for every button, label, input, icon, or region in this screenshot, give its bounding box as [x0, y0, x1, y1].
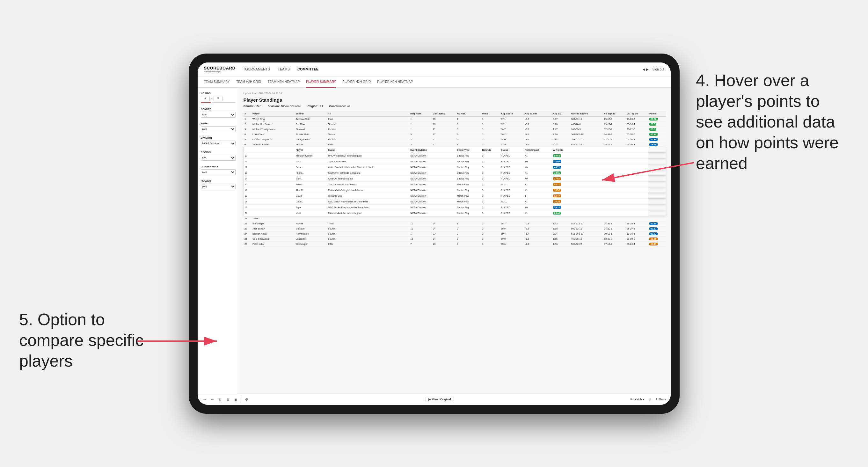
col-adj-score: Adj. Score [500, 111, 524, 117]
table-row: 4 Luke Claton Florida State Second 5 27 … [244, 132, 666, 137]
standings-title: Player Standings [244, 97, 666, 103]
paste-button[interactable]: ▣ [233, 397, 239, 402]
bottom-toolbar: ↩ ↪ ⚙ ⊞ ▣ ⏱ ▶ View: Original 👁 Watch ▾ [198, 394, 671, 405]
table-row: 2 Michael La Sasso Ole Miss Second 1 18 … [244, 121, 666, 127]
conference-value: All [347, 104, 350, 108]
table-row: 22 Ian Gilligan Florida Third 10 24 1 1 … [244, 221, 666, 226]
copy-button[interactable]: ⊞ [225, 397, 230, 402]
filter-conference: Conference (All) [201, 165, 236, 175]
table-row: 21 Teehs... [244, 216, 666, 221]
filter-division: Division NCAA Division I [201, 136, 236, 146]
tab-team-h2h-heatmap[interactable]: TEAM H2H HEATMAP [268, 77, 300, 88]
filter-player-select[interactable]: (All) [201, 184, 236, 189]
logo-area: SCOREBOARD Powered by clippi [204, 66, 236, 73]
slider-bar [201, 102, 236, 103]
filter-division-label: Division [201, 136, 236, 139]
top-nav: SCOREBOARD Powered by clippi TOURNAMENTS… [198, 62, 671, 76]
filter-no-rds-max[interactable] [214, 96, 222, 101]
col-avg-topar: Avg to-Par [524, 111, 552, 117]
tooltip-row: 20 Mutti Mirabel Maui Jim Intercollegiat… [244, 210, 666, 216]
points-badge[interactable]: 60.27 [649, 227, 658, 230]
annotation-compare-players: 5. Option to compare specific players [19, 309, 153, 371]
filter-gender-label: Gender [201, 108, 236, 111]
chevron-down-icon: ▾ [643, 398, 644, 401]
points-badge[interactable]: 88.27 [649, 118, 658, 121]
points-badge[interactable]: 66.94 [649, 133, 658, 136]
sign-out-link[interactable]: Sign out [652, 68, 664, 71]
filter-region-select[interactable]: N/A [201, 155, 236, 161]
points-badge[interactable]: 60.02 [649, 232, 658, 235]
settings-button[interactable]: ⚙ [217, 397, 223, 402]
col-vs-top25: Vs Top 25 [603, 111, 626, 117]
col-overall: Overall Record [570, 111, 603, 117]
share-icon: ⤴ [656, 398, 657, 401]
filter-no-rds-min[interactable] [201, 96, 210, 101]
filter-player: Player (All) [201, 180, 236, 189]
standings-panel: Update time: 27/01/2024 16:56:26 Player … [239, 88, 671, 394]
arrow-player-filter [134, 332, 223, 351]
filter-year-select[interactable]: (All) [201, 126, 236, 132]
tablet-frame: SCOREBOARD Powered by clippi TOURNAMENTS… [189, 54, 680, 414]
nav-tournaments[interactable]: TOURNAMENTS [243, 67, 270, 71]
table-row: 24 Bastien Amat New Mexico Fourth 1 27 2… [244, 231, 666, 236]
nav-divider: ◀ ▶ [643, 68, 649, 71]
sub-nav: TEAM SUMMARY TEAM H2H GRID TEAM H2H HEAT… [198, 76, 671, 88]
table-row: 25 Cole Sherwood Vanderbilt Fourth 12 24… [244, 236, 666, 241]
table-row: 1 Wenyi Ding Arizona State First 1 15 1 … [244, 116, 666, 121]
table-row: 5 Christo Lamprecht Georgia Tech Fourth … [244, 137, 666, 142]
redo-button[interactable]: ↪ [210, 397, 215, 402]
region-value: All [320, 104, 323, 108]
points-badge[interactable]: 39.95 [649, 238, 658, 240]
points-badge[interactable]: 60.89 [649, 138, 658, 141]
filter-year-label: Year [201, 122, 236, 125]
filter-region-label: Region [201, 151, 236, 154]
filter-division-select[interactable]: NCAA Division I [201, 141, 236, 146]
filter-year: Year (All) [201, 122, 236, 132]
update-time: Update time: 27/01/2024 16:56:26 [244, 92, 666, 95]
eye-icon: 👁 [630, 398, 633, 401]
toolbar-right: 👁 Watch ▾ ⬇ ⤴ Share [630, 397, 666, 402]
points-badge[interactable]: 76.2 [649, 123, 656, 126]
filter-conference-select[interactable]: (All) [201, 169, 236, 175]
logo-sub: Powered by clippi [204, 70, 236, 73]
col-points: Points [648, 111, 666, 117]
table-row: 3 Michael Thorbjornsen Stanford Fourth 1… [244, 127, 666, 132]
gender-value: Men [256, 104, 261, 108]
col-rank: # [244, 111, 251, 117]
undo-button[interactable]: ↩ [202, 397, 207, 402]
tab-team-h2h-grid[interactable]: TEAM H2H GRID [236, 77, 261, 88]
view-original-button[interactable]: ▶ View: Original [426, 397, 454, 402]
tab-player-h2h-heatmap[interactable]: PLAYER H2H HEATMAP [377, 77, 413, 88]
col-reg-rank: Reg Rank [409, 111, 432, 117]
tab-team-summary[interactable]: TEAM SUMMARY [204, 77, 230, 88]
nav-links: TOURNAMENTS TEAMS COMMITTEE [243, 67, 643, 71]
view-icon: ▶ [428, 398, 431, 401]
slider-fill [201, 102, 211, 103]
division-value: NCAA Division I [281, 104, 302, 108]
points-badge[interactable]: 58.18 [649, 143, 658, 146]
col-no-rds: No Rds. [456, 111, 481, 117]
nav-teams[interactable]: TEAMS [278, 67, 290, 71]
table-row: 6 Jackson Kolson Auburn First 2 27 1 1 6… [244, 142, 666, 147]
table-row: 26 Petr Hruby Washington Fifth 7 23 0 1 … [244, 241, 666, 246]
download-button[interactable]: ⬇ [647, 397, 652, 402]
table-row: 23 Jack Lundin Missouri Fourth 11 24 0 1… [244, 226, 666, 231]
tab-player-summary[interactable]: PLAYER SUMMARY [306, 77, 336, 88]
filter-gender-select[interactable]: Men Women [201, 112, 236, 118]
col-vs-top50: Vs Top 50 [626, 111, 648, 117]
points-badge[interactable]: 60.58 [649, 222, 658, 225]
annotation-hover-points: 4. Hover over a player's points to see a… [696, 70, 849, 174]
filter-no-rds: No Rds. – [201, 92, 236, 103]
points-badge[interactable]: 38.49 [649, 243, 658, 245]
watch-button[interactable]: 👁 Watch ▾ [630, 398, 644, 401]
share-button[interactable]: ⤴ Share [656, 398, 666, 401]
filter-player-label: Player [201, 180, 236, 182]
tab-player-h2h-grid[interactable]: PLAYER H2H GRID [342, 77, 371, 88]
nav-committee[interactable]: COMMITTEE [298, 67, 318, 71]
toolbar-center: ▶ View: Original [253, 397, 626, 402]
points-badge[interactable]: 73.2 [649, 128, 656, 131]
logo-text: SCOREBOARD [204, 66, 236, 70]
col-yr: Yr [327, 111, 409, 117]
col-conf-rank: Conf Rank [432, 111, 456, 117]
timer-button[interactable]: ⏱ [244, 397, 250, 402]
